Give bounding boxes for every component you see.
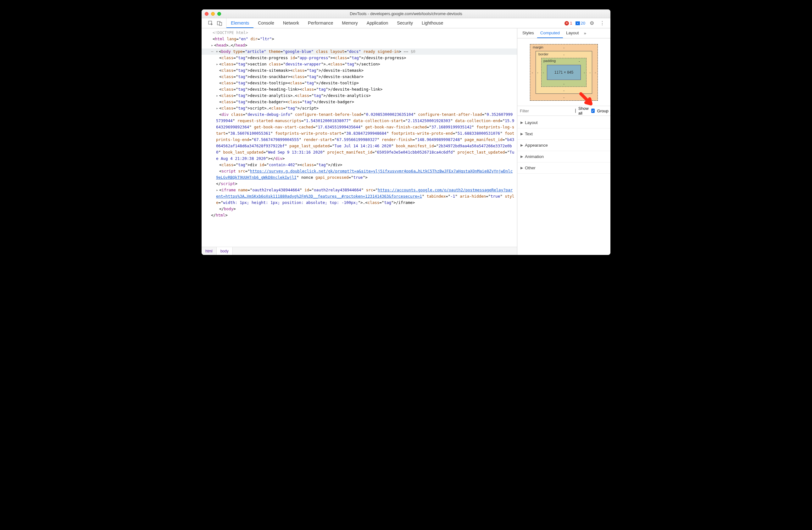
styles-sidebar: StylesComputedLayout» margin - - - - bor… bbox=[517, 28, 610, 255]
device-toggle-icon[interactable] bbox=[217, 20, 222, 26]
dom-line[interactable]: <class="tag">devsite-heading-link><class… bbox=[202, 86, 517, 93]
tab-lighthouse[interactable]: Lighthouse bbox=[417, 18, 448, 28]
dom-line[interactable]: <!DOCTYPE html> bbox=[202, 30, 517, 36]
side-tab-styles[interactable]: Styles bbox=[519, 28, 537, 38]
tab-performance[interactable]: Performance bbox=[304, 18, 337, 28]
dom-line[interactable]: <html lang="en" dir="ltr"> bbox=[202, 36, 517, 42]
crumb-body[interactable]: body bbox=[217, 247, 233, 255]
settings-icon[interactable]: ⚙ bbox=[589, 20, 595, 26]
titlebar: DevTools - developers.google.com/web/too… bbox=[202, 10, 610, 18]
inspect-icon[interactable] bbox=[208, 20, 214, 26]
tab-security[interactable]: Security bbox=[392, 18, 417, 28]
dom-line[interactable]: <class="tag">div id="contain-402"><class… bbox=[202, 162, 517, 168]
error-count[interactable]: ✕ 1 bbox=[565, 21, 572, 26]
side-tab-computed[interactable]: Computed bbox=[537, 28, 563, 38]
dom-tree[interactable]: <!DOCTYPE html> <html lang="en" dir="ltr… bbox=[202, 28, 517, 247]
dom-line[interactable]: <class="tag">devsite-sitemask><class="ta… bbox=[202, 67, 517, 74]
chevron-right-icon: ▶ bbox=[521, 143, 523, 147]
message-count[interactable]: ▪ 20 bbox=[576, 21, 585, 26]
box-model: margin - - - - border - - - - paddin bbox=[517, 38, 610, 106]
elements-panel: <!DOCTYPE html> <html lang="en" dir="ltr… bbox=[202, 28, 517, 255]
traffic-lights bbox=[205, 12, 221, 16]
group-text[interactable]: ▶Text bbox=[517, 128, 610, 140]
window-title: DevTools - developers.google.com/web/too… bbox=[202, 11, 610, 16]
group-label: Group bbox=[597, 109, 609, 113]
kebab-icon[interactable]: ⋮ bbox=[598, 20, 606, 26]
filter-row: Show all ✓ Group bbox=[517, 106, 610, 116]
tab-application[interactable]: Application bbox=[362, 18, 393, 28]
dom-line[interactable]: <class="tag">devsite-badger><class="tag"… bbox=[202, 99, 517, 105]
breadcrumb: htmlbody bbox=[202, 247, 517, 255]
dom-line[interactable]: <class="tag">devsite-snackbar><class="ta… bbox=[202, 74, 517, 80]
group-animation[interactable]: ▶Animation bbox=[517, 151, 610, 163]
more-tabs-icon[interactable]: » bbox=[582, 28, 589, 38]
dom-line[interactable]: <div class="devsite-debug-info" configur… bbox=[202, 111, 517, 162]
tab-network[interactable]: Network bbox=[279, 18, 304, 28]
dom-line[interactable]: </body> bbox=[202, 206, 517, 212]
group-layout[interactable]: ▶Layout bbox=[517, 117, 610, 128]
side-tabs: StylesComputedLayout» bbox=[517, 28, 610, 38]
message-icon: ▪ bbox=[576, 22, 580, 25]
content-area: <!DOCTYPE html> <html lang="en" dir="ltr… bbox=[202, 28, 610, 255]
dom-line-selected[interactable]: ⋯ ▾<body type="article" theme="google-bl… bbox=[202, 48, 517, 55]
maximize-icon[interactable] bbox=[217, 12, 221, 16]
devtools-window: DevTools - developers.google.com/web/too… bbox=[202, 10, 610, 255]
bm-content[interactable]: 1171 × 845 bbox=[547, 65, 581, 80]
filter-input[interactable] bbox=[520, 109, 573, 113]
dom-line[interactable]: <script src="https://survey.g.doubleclic… bbox=[202, 168, 517, 187]
dom-line[interactable]: ▸<head>…</head> bbox=[202, 42, 517, 48]
dom-line[interactable]: ▸<iframe name="oauth2relay438944664" id=… bbox=[202, 187, 517, 206]
group-appearance[interactable]: ▶Appearance bbox=[517, 140, 610, 151]
close-icon[interactable] bbox=[205, 12, 208, 16]
main-tabs: ElementsConsoleNetworkPerformanceMemoryA… bbox=[227, 18, 448, 28]
chevron-right-icon: ▶ bbox=[521, 155, 523, 158]
tab-elements[interactable]: Elements bbox=[227, 18, 253, 28]
dom-line[interactable]: </html> bbox=[202, 212, 517, 219]
minimize-icon[interactable] bbox=[211, 12, 215, 16]
group-checkbox[interactable]: ✓ bbox=[591, 109, 595, 113]
error-icon: ✕ bbox=[565, 21, 569, 26]
dom-line[interactable]: <class="tag">devsite-progress id="app-pr… bbox=[202, 55, 517, 61]
show-all-label: Show all bbox=[578, 106, 589, 115]
crumb-html[interactable]: html bbox=[202, 247, 217, 255]
dom-line[interactable]: ▸<class="tag">script>…<class="tag">/scri… bbox=[202, 105, 517, 111]
main-toolbar: ElementsConsoleNetworkPerformanceMemoryA… bbox=[202, 18, 610, 28]
svg-rect-2 bbox=[219, 22, 222, 26]
dom-line[interactable]: ▸<class="tag">devsite-analytics>…<class=… bbox=[202, 93, 517, 99]
dom-line[interactable]: ▸<class="tag">section class="devsite-wra… bbox=[202, 61, 517, 67]
chevron-right-icon: ▶ bbox=[521, 121, 523, 125]
chevron-right-icon: ▶ bbox=[521, 132, 523, 136]
chevron-right-icon: ▶ bbox=[521, 166, 523, 170]
side-tab-layout[interactable]: Layout bbox=[563, 28, 582, 38]
tab-memory[interactable]: Memory bbox=[337, 18, 362, 28]
group-other[interactable]: ▶Other bbox=[517, 163, 610, 174]
tab-console[interactable]: Console bbox=[253, 18, 278, 28]
computed-groups: ▶Layout▶Text▶Appearance▶Animation▶Other bbox=[517, 116, 610, 175]
show-all-checkbox[interactable] bbox=[575, 109, 576, 113]
dom-line[interactable]: <class="tag">devsite-tooltip><class="tag… bbox=[202, 80, 517, 86]
